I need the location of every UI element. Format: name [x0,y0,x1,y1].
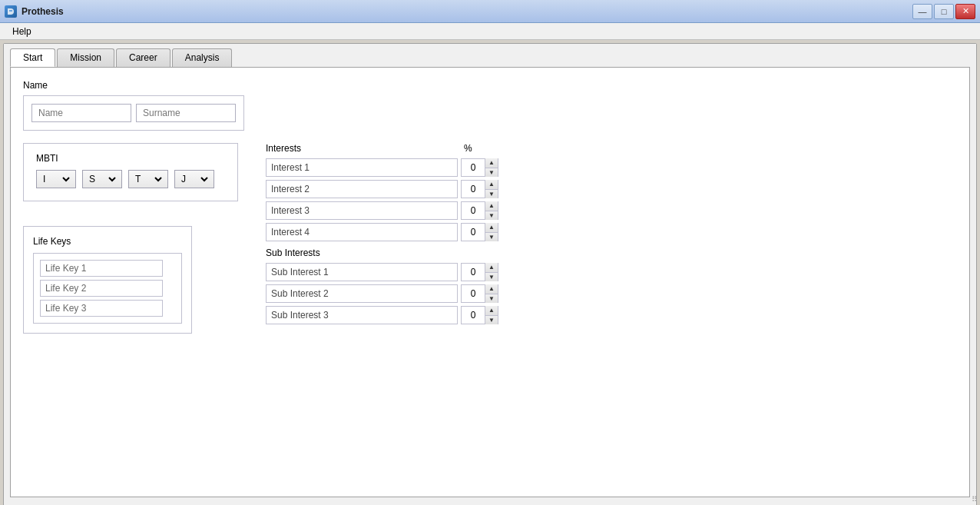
minimize-button[interactable]: — [912,4,932,19]
resize-handle[interactable]: ⠿ [972,495,977,503]
mbti-dropdown-J[interactable]: J P [174,170,214,188]
sub-interest-row-1: ▲ ▼ [266,263,498,281]
sub-interest-1-input[interactable] [266,263,458,281]
percent-header-label: % [464,143,472,154]
interest-3-spinner: ▲ ▼ [461,201,498,220]
mbti-section: MBTI I E S N [23,143,238,201]
app-title: Prothesis [22,6,64,17]
interest-1-value[interactable] [462,162,485,173]
titlebar-left: Prothesis [5,5,64,18]
name-section: Name [23,80,957,131]
sub-interest-2-spinner: ▲ ▼ [461,284,498,303]
interest-4-value[interactable] [462,227,485,238]
app-icon [5,5,17,18]
surname-input[interactable] [136,104,236,122]
sub-interest-3-spinner-buttons: ▲ ▼ [485,306,498,324]
sub-interest-1-value[interactable] [462,267,485,277]
maximize-button[interactable]: □ [934,4,954,19]
mbti-select-S[interactable]: S N [86,173,118,185]
life-keys-label: Life Keys [33,236,182,247]
titlebar-buttons: — □ ✕ [912,4,975,19]
name-input[interactable] [31,104,131,122]
sub-interest-1-up[interactable]: ▲ [485,263,498,272]
tab-bar: Start Mission Career Analysis [4,44,976,67]
tab-analysis[interactable]: Analysis [172,48,233,67]
tab-mission[interactable]: Mission [57,48,114,67]
sub-interest-1-spinner-buttons: ▲ ▼ [485,263,498,281]
interest-2-value[interactable] [462,184,485,194]
interests-header-row: Interests % [266,143,498,154]
tab-start[interactable]: Start [10,48,55,67]
sub-interest-3-down[interactable]: ▼ [485,315,498,324]
interest-4-input[interactable] [266,223,458,241]
help-menu[interactable]: Help [6,25,38,38]
mbti-dropdowns: I E S N [36,170,225,188]
interest-3-input[interactable] [266,201,458,220]
interest-row-3: ▲ ▼ [266,201,498,220]
mbti-select-I[interactable]: I E [40,173,72,185]
name-label: Name [23,80,957,91]
interest-1-spinner-buttons: ▲ ▼ [485,158,498,177]
sub-interest-2-up[interactable]: ▲ [485,284,498,294]
interest-1-up[interactable]: ▲ [485,158,498,168]
sub-interest-row-3: ▲ ▼ [266,306,498,324]
sub-interest-3-up[interactable]: ▲ [485,306,498,315]
tab-panel-start: Name MBTI I [10,67,970,497]
main-window: Start Mission Career Analysis Name M [3,43,977,505]
sub-interest-2-value[interactable] [462,288,485,299]
mbti-select-J[interactable]: J P [178,173,210,185]
interest-3-up[interactable]: ▲ [485,201,498,211]
interest-1-spinner: ▲ ▼ [461,158,498,177]
tab-career[interactable]: Career [116,48,171,67]
mbti-select-T[interactable]: T F [132,173,164,185]
life-key-3-input[interactable] [40,300,163,317]
menubar: Help [0,23,980,40]
interest-2-down[interactable]: ▼ [485,189,498,198]
life-key-2-input[interactable] [40,280,163,297]
interest-row-4: ▲ ▼ [266,223,498,241]
left-column: MBTI I E S N [23,143,238,334]
interest-2-spinner-buttons: ▲ ▼ [485,180,498,198]
sub-interest-2-down[interactable]: ▼ [485,294,498,303]
mbti-dropdown-T[interactable]: T F [128,170,168,188]
sub-interest-3-value[interactable] [462,310,485,321]
interest-2-spinner: ▲ ▼ [461,180,498,198]
interest-row-1: ▲ ▼ [266,158,498,177]
sub-interest-3-spinner: ▲ ▼ [461,306,498,324]
sub-interest-2-spinner-buttons: ▲ ▼ [485,284,498,303]
sub-interest-1-down[interactable]: ▼ [485,272,498,281]
sub-interests-label: Sub Interests [266,248,498,258]
titlebar: Prothesis — □ ✕ [0,0,980,23]
interest-row-2: ▲ ▼ [266,180,498,198]
interest-4-spinner: ▲ ▼ [461,223,498,241]
life-keys-inner [33,253,182,324]
life-key-1-input[interactable] [40,260,163,277]
sub-interest-3-input[interactable] [266,306,458,324]
interest-2-up[interactable]: ▲ [485,180,498,189]
interest-4-up[interactable]: ▲ [485,223,498,232]
interest-4-spinner-buttons: ▲ ▼ [485,223,498,241]
mbti-label: MBTI [36,153,225,164]
interest-3-down[interactable]: ▼ [485,211,498,220]
interest-3-value[interactable] [462,205,485,216]
mbti-dropdown-I[interactable]: I E [36,170,76,188]
interest-4-down[interactable]: ▼ [485,232,498,241]
interest-3-spinner-buttons: ▲ ▼ [485,201,498,220]
name-field-wrapper [23,95,244,131]
interest-1-input[interactable] [266,158,458,177]
sub-interest-row-2: ▲ ▼ [266,284,498,303]
interests-header-label: Interests [266,143,458,154]
sub-interest-1-spinner: ▲ ▼ [461,263,498,281]
sub-interest-2-input[interactable] [266,284,458,303]
life-keys-section: Life Keys [23,226,192,334]
interest-2-input[interactable] [266,180,458,198]
close-button[interactable]: ✕ [955,4,975,19]
interests-section: Interests % ▲ ▼ [266,143,498,327]
mbti-dropdown-S[interactable]: S N [82,170,122,188]
interest-1-down[interactable]: ▼ [485,168,498,177]
